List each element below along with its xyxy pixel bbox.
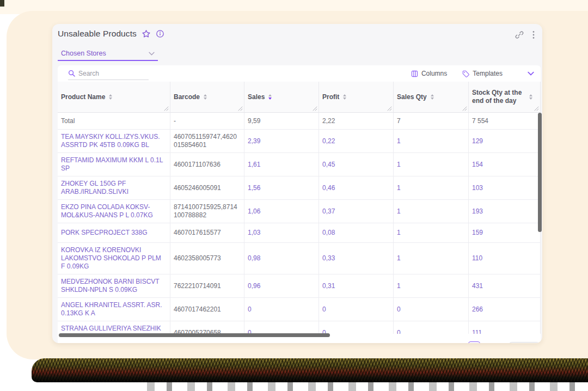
cell-sales: 2,39 [244, 130, 319, 152]
cell-profit: 0,37 [319, 200, 394, 223]
column-resize-handle[interactable] [462, 106, 467, 111]
toolbar-chevron-down-icon[interactable] [528, 71, 534, 76]
cell-name[interactable]: MEDVEZHONOK BARNI BISCVT SHKLDN-NPLN S 0… [58, 274, 170, 297]
sort-toggle-icon[interactable] [204, 94, 207, 100]
templates-tag-icon [462, 70, 469, 77]
bottom-noise-strip [147, 382, 588, 391]
column-label: Stock Qty at the end of the day [472, 89, 525, 105]
pagination-page-box[interactable] [468, 341, 480, 343]
column-label: Sales [248, 93, 265, 101]
table-row: ANGEL KHRANITEL ASSRT. ASR. 0.13KG K A46… [58, 298, 541, 321]
cell-barcode: 4607017615577 [170, 223, 244, 242]
cell-sales: 1,06 [244, 200, 319, 223]
cell-profit: 0,46 [319, 176, 394, 199]
cell-name[interactable]: REFTAMID MAXIMUM KKM L 0.1L SP [58, 153, 170, 176]
vertical-scrollbar-thumb[interactable] [538, 113, 542, 232]
search-icon [68, 70, 75, 77]
sort-toggle-icon[interactable] [109, 94, 112, 100]
cell-name[interactable]: KOROVKA IZ KORENOVKI LAKOMSTVO SHOKOLAD … [58, 243, 170, 274]
cell-name[interactable]: ANGEL KHRANITEL ASSRT. ASR. 0.13KG K A [58, 298, 170, 321]
sort-toggle-icon[interactable] [431, 94, 434, 100]
cell-stock_qty: 111 [469, 321, 541, 334]
cell-sales_qty: 1 [394, 130, 469, 152]
page-title: Unsaleable Products [58, 29, 137, 39]
cell-profit: 0,31 [319, 274, 394, 297]
column-resize-handle[interactable] [387, 106, 392, 111]
table-row: EKZO PINA COLADA KOKSV-MOL&KUS-ANANS P L… [58, 200, 541, 223]
cell-sales: 1,56 [244, 176, 319, 199]
pagination-size-select[interactable] [507, 342, 541, 343]
cell-name[interactable]: EKZO PINA COLADA KOKSV-MOL&KUS-ANANS P L… [58, 200, 170, 223]
cell-sales_qty: 1 [394, 243, 469, 274]
cell-barcode: 7622210714091 [170, 274, 244, 297]
cell-stock_qty: 159 [469, 223, 541, 242]
table-panel: Columns Templates Product NameBarcodeSal… [58, 65, 541, 343]
cell-name[interactable]: ZHOKEY GL 150G PF ARAB./IRLAND.SLIVKI [58, 176, 170, 199]
sort-toggle-icon[interactable] [529, 94, 532, 100]
cell-barcode: - [170, 113, 244, 129]
cell-profit: 0,45 [319, 153, 394, 176]
sort-toggle-icon[interactable] [343, 94, 346, 100]
table-header-row: Product NameBarcodeSalesProfitSales QtyS… [58, 82, 541, 113]
cell-sales: 1,03 [244, 223, 319, 242]
cell-name[interactable]: TEA MAYSKIY KOLL.IZYS.VKUS. ASSRTD PK 45… [58, 130, 170, 152]
cell-stock_qty: 7 554 [469, 113, 541, 129]
cell-stock_qty: 193 [469, 200, 541, 223]
cell-name[interactable]: PORK SPECPROJECT 338G [58, 223, 170, 242]
column-header-stock_qty: Stock Qty at the end of the day [469, 82, 541, 112]
column-header-profit: Profit [319, 82, 394, 112]
card-title-row: Unsaleable Products [58, 29, 164, 39]
info-icon[interactable] [156, 29, 164, 38]
cell-sales_qty: 7 [394, 113, 469, 129]
unsaleable-products-card: Unsaleable Products Chosen Stores [52, 24, 542, 343]
cell-sales_qty: 1 [394, 274, 469, 297]
cell-stock_qty: 431 [469, 274, 541, 297]
search-input[interactable] [78, 70, 143, 77]
cell-sales_qty: 0 [394, 321, 469, 334]
chevron-down-icon [149, 52, 155, 56]
cell-sales_qty: 1 [394, 223, 469, 242]
share-link-icon[interactable] [515, 30, 524, 39]
sort-toggle-icon[interactable] [268, 94, 272, 100]
cell-profit: 0,33 [319, 243, 394, 274]
cell-sales: 0,96 [244, 274, 319, 297]
bottom-noise-band [32, 358, 588, 382]
column-resize-handle[interactable] [238, 106, 243, 111]
cell-barcode: 4600171107636 [170, 153, 244, 176]
cell-name[interactable]: STRANA GULLIVERIYA SNEZHIK GOLUBIKA WR 0… [58, 321, 170, 334]
cell-stock_qty: 103 [469, 176, 541, 199]
search-field[interactable] [68, 67, 149, 80]
cell-sales_qty: 0 [394, 298, 469, 321]
cell-sales_qty: 1 [394, 153, 469, 176]
cell-sales_qty: 1 [394, 200, 469, 223]
columns-button[interactable]: Columns [411, 70, 447, 77]
cell-barcode: 4607005270658 [170, 321, 244, 334]
column-header-sales: Sales [244, 82, 319, 112]
toolbar-right: Columns Templates [411, 70, 536, 77]
table-row: REFTAMID MAXIMUM KKM L 0.1L SP4600171107… [58, 153, 541, 176]
kebab-menu-icon[interactable] [532, 30, 535, 39]
cell-stock_qty: 154 [469, 153, 541, 176]
horizontal-scrollbar-thumb[interactable] [59, 333, 330, 337]
table-row: TEA MAYSKIY KOLL.IZYS.VKUS. ASSRTD PK 45… [58, 130, 541, 153]
table-toolbar: Columns Templates [58, 65, 541, 82]
corner-artifact [0, 0, 4, 7]
cell-barcode: 4607017462201 [170, 298, 244, 321]
column-label: Sales Qty [397, 93, 427, 101]
cell-sales_qty: 1 [394, 176, 469, 199]
column-resize-handle[interactable] [164, 106, 169, 111]
column-label: Barcode [174, 93, 200, 101]
column-resize-handle[interactable] [313, 106, 317, 111]
table-total-row: Total-9,592,2277 554 [58, 113, 541, 130]
column-resize-handle[interactable] [534, 106, 539, 111]
cell-sales: 0 [244, 321, 319, 334]
table-row: PORK SPECPROJECT 338G46070176155771,030,… [58, 223, 541, 243]
cell-stock_qty: 110 [469, 243, 541, 274]
store-filter-select[interactable]: Chosen Stores [58, 47, 158, 61]
favorite-star-icon[interactable] [142, 29, 151, 39]
table-row: ZHOKEY GL 150G PF ARAB./IRLAND.SLIVKI460… [58, 176, 541, 200]
templates-button[interactable]: Templates [462, 70, 503, 77]
cell-sales: 9,59 [244, 113, 319, 129]
cell-profit: 0 [319, 298, 394, 321]
column-label: Product Name [61, 93, 105, 101]
